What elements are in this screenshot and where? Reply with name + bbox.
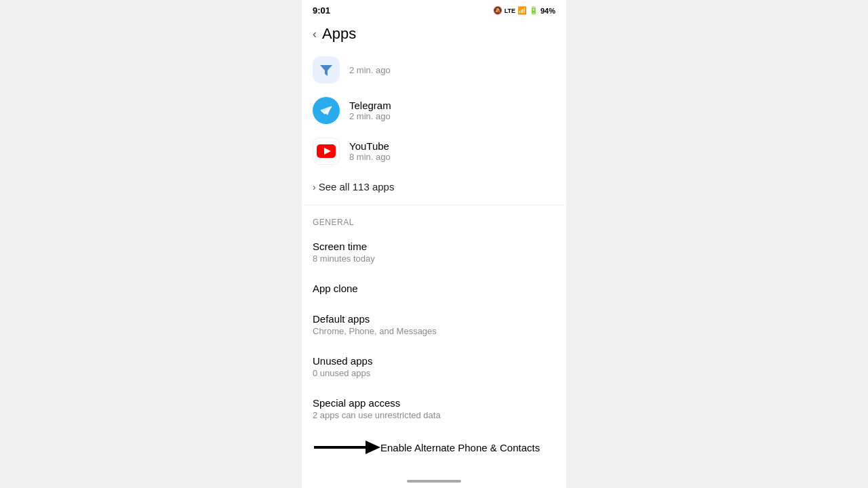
youtube-app-time: 8 min. ago <box>349 152 391 162</box>
home-indicator <box>407 480 461 483</box>
svg-marker-0 <box>320 65 332 76</box>
settings-item-app-clone[interactable]: App clone <box>302 273 566 304</box>
general-section-label: GENERAL <box>302 208 566 231</box>
filter-app-icon <box>313 56 340 83</box>
app-clone-title: App clone <box>313 283 555 294</box>
battery-percent: 94% <box>540 7 555 15</box>
app-item-youtube[interactable]: YouTube 8 min. ago <box>313 131 555 171</box>
battery-icon: 🔋 <box>529 6 538 15</box>
settings-item-unused-apps[interactable]: Unused apps 0 unused apps <box>302 346 566 388</box>
section-divider <box>302 205 566 205</box>
chevron-right-icon: › <box>313 182 316 192</box>
data-icon: LTE <box>505 7 515 14</box>
unused-apps-title: Unused apps <box>313 355 555 367</box>
telegram-app-info: Telegram 2 min. ago <box>349 100 391 121</box>
youtube-app-icon <box>313 138 340 165</box>
wifi-icon: 📶 <box>517 6 527 15</box>
back-button[interactable]: ‹ <box>313 27 317 41</box>
filter-app-info: 2 min. ago <box>349 65 391 75</box>
status-bar: 9:01 🔕 LTE 📶 🔋 94% <box>302 0 566 18</box>
unused-apps-subtitle: 0 unused apps <box>313 368 555 378</box>
youtube-app-info: YouTube 8 min. ago <box>349 140 391 162</box>
svg-marker-5 <box>366 441 380 454</box>
default-apps-title: Default apps <box>313 313 555 325</box>
mute-icon: 🔕 <box>493 6 502 15</box>
special-access-subtitle: 2 apps can use unrestricted data <box>313 410 555 420</box>
enable-alternate-item[interactable]: Enable Alternate Phone & Contacts <box>380 442 540 453</box>
status-icons: 🔕 LTE 📶 🔋 94% <box>493 6 555 15</box>
status-time: 9:01 <box>313 5 330 16</box>
special-access-title: Special app access <box>313 397 555 409</box>
page-title: Apps <box>322 25 356 43</box>
app-item-telegram[interactable]: Telegram 2 min. ago <box>313 90 555 131</box>
enable-alternate-title: Enable Alternate Phone & Contacts <box>380 442 540 453</box>
screen-time-subtitle: 8 minutes today <box>313 253 555 264</box>
filter-app-time: 2 min. ago <box>349 65 391 75</box>
telegram-app-name: Telegram <box>349 100 391 111</box>
default-apps-subtitle: Chrome, Phone, and Messages <box>313 326 555 336</box>
arrow-icon <box>313 436 380 458</box>
recent-apps-list: 2 min. ago Telegram 2 min. ago <box>302 49 566 171</box>
settings-item-screen-time[interactable]: Screen time 8 minutes today <box>302 231 566 273</box>
telegram-app-icon <box>313 97 340 124</box>
see-all-label: See all 113 apps <box>319 181 395 192</box>
youtube-app-name: YouTube <box>349 140 391 152</box>
see-all-apps[interactable]: › See all 113 apps <box>302 171 566 202</box>
page-header: ‹ Apps <box>302 18 566 49</box>
arrow-annotation: Enable Alternate Phone & Contacts <box>302 430 566 465</box>
settings-item-special-access[interactable]: Special app access 2 apps can use unrest… <box>302 388 566 430</box>
settings-item-default-apps[interactable]: Default apps Chrome, Phone, and Messages <box>302 304 566 346</box>
app-item-filter[interactable]: 2 min. ago <box>313 49 555 90</box>
screen-time-title: Screen time <box>313 241 555 252</box>
telegram-app-time: 2 min. ago <box>349 111 391 121</box>
